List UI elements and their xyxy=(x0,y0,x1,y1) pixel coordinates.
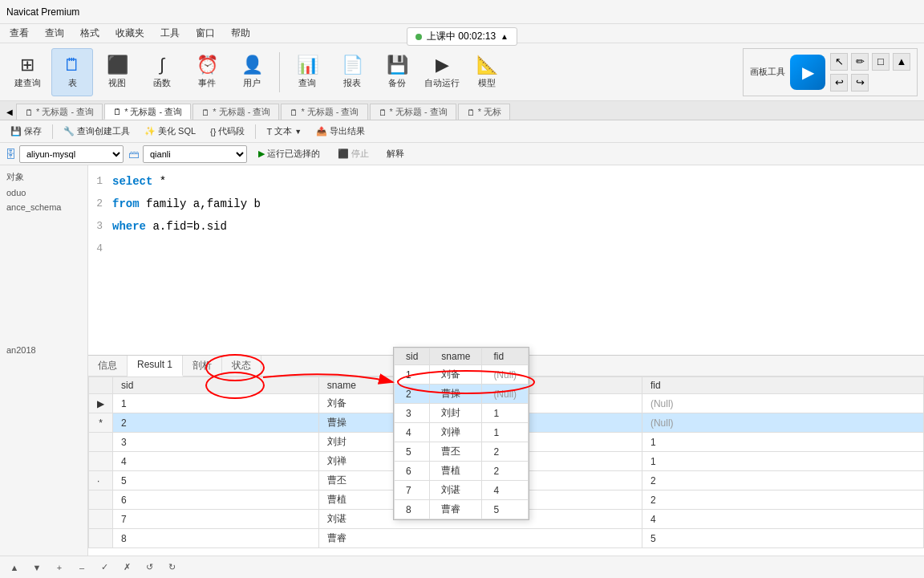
line-content-2: from family a,family b xyxy=(112,194,924,214)
toolbar-table[interactable]: 🗒 表 xyxy=(51,48,93,96)
save-btn[interactable]: 💾 保存 xyxy=(5,123,47,140)
code-snippet-icon: {} xyxy=(210,127,216,136)
tab-query-3[interactable]: 🗒 * 无标题 - 查询 xyxy=(192,104,279,120)
build-query-label: 查询创建工具 xyxy=(77,125,130,137)
autorun-icon: ▶ xyxy=(436,55,449,75)
draw-redo-tool[interactable]: ↪ xyxy=(851,74,869,92)
stop-btn[interactable]: ⬛ 停止 xyxy=(331,146,375,161)
toolbar-query[interactable]: 📊 查询 xyxy=(286,48,328,96)
build-query-btn[interactable]: 🔧 查询创建工具 xyxy=(58,123,136,140)
tab-query-6[interactable]: 🗒 * 无标 xyxy=(458,104,510,120)
toolbar-view[interactable]: ⬛ 视图 xyxy=(96,48,138,96)
draw-undo-tool[interactable]: ↩ xyxy=(830,74,848,92)
title-bar: Navicat Premium xyxy=(0,0,924,24)
event-icon: ⏰ xyxy=(197,55,218,75)
nav-up-btn[interactable]: ▲ xyxy=(6,560,22,576)
tab-query-1[interactable]: 🗒 * 无标题 - 查询 xyxy=(16,104,103,120)
user-icon: 👤 xyxy=(241,55,263,75)
database-select[interactable]: qianli xyxy=(143,145,247,163)
cancel-btn[interactable]: ✗ xyxy=(119,560,135,576)
select-star: * xyxy=(160,175,166,188)
o-cell-sid: 6 xyxy=(395,462,430,481)
results-tab-result1[interactable]: Result 1 xyxy=(128,356,183,377)
menu-format[interactable]: 格式 xyxy=(74,25,106,42)
timer-collapse-icon[interactable]: ▲ xyxy=(500,32,509,41)
bottom-bar: ▲ ▼ + – ✓ ✗ ↺ ↻ xyxy=(0,556,924,578)
tab-query-2-label: * 无标题 - 查询 xyxy=(124,106,182,118)
toolbar-backup[interactable]: 💾 备份 xyxy=(376,48,418,96)
tab-query-5[interactable]: 🗒 * 无标题 - 查询 xyxy=(370,104,456,120)
overlay-col-sname: sname xyxy=(430,348,482,365)
table-row[interactable]: 8 曹睿 5 xyxy=(89,529,924,548)
view-icon: ⬛ xyxy=(107,55,128,75)
toolbar-function[interactable]: ∫ 函数 xyxy=(141,48,183,96)
toolbar-create-query[interactable]: ⊞ 建查询 xyxy=(6,48,48,96)
o-cell-sname: 曹睿 xyxy=(430,500,482,519)
add-row-btn[interactable]: + xyxy=(51,560,67,576)
menu-query[interactable]: 查询 xyxy=(38,25,71,42)
menu-window[interactable]: 窗口 xyxy=(189,25,221,42)
o-cell-sname: 曹操 xyxy=(430,385,482,404)
row-indicator xyxy=(89,452,113,471)
tab-query-2[interactable]: 🗒 * 无标题 - 查询 xyxy=(104,104,191,120)
sidebar-item-oduo[interactable]: oduo xyxy=(0,185,32,200)
explain-btn[interactable]: 解释 xyxy=(380,146,411,161)
beautify-sql-btn[interactable]: ✨ 美化 SQL xyxy=(139,123,201,140)
row-indicator: ▶ xyxy=(89,394,113,413)
results-tab-info[interactable]: 信息 xyxy=(88,356,128,376)
results-tab-status[interactable]: 状态 xyxy=(222,356,261,376)
toolbar-user[interactable]: 👤 用户 xyxy=(231,48,273,96)
code-snippet-btn[interactable]: {} 代码段 xyxy=(205,123,250,140)
export-result-btn[interactable]: 📤 导出结果 xyxy=(310,123,371,140)
text-btn[interactable]: T 文本 ▼ xyxy=(261,123,307,140)
connection-select[interactable]: aliyun-mysql xyxy=(19,145,124,163)
sidebar-item-an2018[interactable]: an2018 xyxy=(0,343,43,357)
code-line-4: 4 xyxy=(88,238,924,260)
confirm-btn[interactable]: ✓ xyxy=(96,560,112,576)
toolbar-view-label: 视图 xyxy=(108,77,126,89)
database-selector: 🗃 qianli xyxy=(128,145,247,163)
explain-label: 解释 xyxy=(387,149,404,158)
draw-cursor-tool[interactable]: ▲ xyxy=(893,53,910,71)
tab-collapse-btn[interactable]: ◀ xyxy=(3,104,16,120)
o-cell-sid: 3 xyxy=(395,404,430,423)
code-editor[interactable]: 1 select * 2 from family a,family b xyxy=(88,165,924,355)
toolbar-event[interactable]: ⏰ 事件 xyxy=(186,48,228,96)
menu-tools[interactable]: 工具 xyxy=(154,25,186,42)
refresh-btn[interactable]: ↺ xyxy=(141,560,157,576)
overlay-row: 3 刘封 1 xyxy=(395,404,529,423)
draw-pencil-tool[interactable]: ✏ xyxy=(851,53,869,71)
toolbar-autorun[interactable]: ▶ 自动运行 xyxy=(421,48,463,96)
overlay-row: 8 曹睿 5 xyxy=(395,500,529,519)
function-icon: ∫ xyxy=(160,55,164,75)
tab-query-4[interactable]: 🗒 * 无标题 - 查询 xyxy=(281,104,367,120)
draw-rect-tool[interactable]: □ xyxy=(872,53,890,71)
cell-fid: 2 xyxy=(642,490,923,510)
settings-btn[interactable]: ↻ xyxy=(164,560,180,576)
overlay-row: 7 刘谌 4 xyxy=(395,481,529,500)
menu-favorites[interactable]: 收藏夹 xyxy=(109,25,151,42)
results-tab-profiling[interactable]: 剖析 xyxy=(183,356,222,376)
database-icon: 🗃 xyxy=(128,148,140,161)
run-label: 运行已选择的 xyxy=(267,148,320,160)
cell-fid: 2 xyxy=(642,471,923,490)
overlay-col-fid: fid xyxy=(482,348,529,365)
row-indicator xyxy=(89,490,113,510)
menu-view[interactable]: 查看 xyxy=(3,25,35,42)
sidebar-item-ance-schema[interactable]: ance_schema xyxy=(0,200,68,214)
cell-fid: (Null) xyxy=(642,394,923,413)
save-label: 保存 xyxy=(24,125,42,137)
delete-row-btn[interactable]: – xyxy=(74,560,90,576)
tab-query-1-icon: 🗒 xyxy=(25,108,34,117)
nav-down-btn[interactable]: ▼ xyxy=(29,560,45,576)
toolbar-report[interactable]: 📄 报表 xyxy=(331,48,373,96)
draw-arrow-tool[interactable]: ↖ xyxy=(830,53,848,71)
toolbar-model[interactable]: 📐 模型 xyxy=(466,48,508,96)
cell-fid: 1 xyxy=(642,433,923,452)
run-selected-btn[interactable]: ▶ 运行已选择的 xyxy=(252,146,326,161)
menu-help[interactable]: 帮助 xyxy=(225,25,257,42)
line-content-3: where a.fid=b.sid xyxy=(112,217,924,236)
o-cell-fid: 5 xyxy=(482,500,529,519)
text-dropdown-icon: ▼ xyxy=(294,128,302,136)
backup-icon: 💾 xyxy=(387,55,408,75)
